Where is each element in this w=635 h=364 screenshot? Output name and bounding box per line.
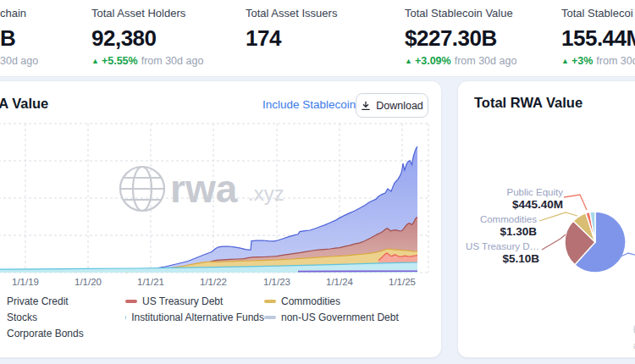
legend-item-institutional-alternative-funds[interactable]: Institutional Alternative Funds [125,312,264,323]
stat-label: Total Asset Issuers [246,7,337,20]
legend-item-private-credit[interactable]: Private Credit [7,295,125,307]
stat-value: 155.44M [561,25,635,51]
legend-item-stocks[interactable]: Stocks [7,312,125,323]
legend-item-commodities[interactable]: Commodities [264,295,430,307]
legend-item-corporate-bonds[interactable]: Corporate Bonds [7,328,125,339]
pie-label-commodities: Commodities $1.30B [480,213,537,239]
stat-value: $227.30B [405,25,516,51]
stat-total-asset-holders: Total Asset Holders 92,380 ▲+5.55%from 3… [91,7,203,68]
up-arrow-icon: ▲ [405,57,412,65]
stat-value: 92,380 [91,25,203,51]
asof-watermark: as o [616,320,635,350]
stat-delta: ▲+5.55%from 30d ago [91,55,203,68]
stat-label: Total Stablecoi [561,7,635,20]
stat-delta: ▲+3.09%from 30d ago [405,55,516,68]
legend-swatch [264,316,276,319]
stat-label: Total Asset Holders [91,7,203,20]
download-button[interactable]: Download [356,93,428,118]
dashboard: chain B 30d ago Total Asset Holders 92,3… [0,0,635,364]
legend-swatch [264,300,276,303]
include-stablecoins-link[interactable]: Include Stablecoins [262,98,362,111]
stat-value: B [0,25,38,51]
download-icon [361,101,371,111]
stat-rwa-onchain: chain B 30d ago [0,7,38,68]
up-arrow-icon: ▲ [91,57,99,65]
stat-label: chain [0,7,38,20]
legend-swatch [125,316,126,319]
stat-total-asset-issuers: Total Asset Issuers 174 [246,7,337,51]
legend-item-non-us-government-debt[interactable]: non-US Government Debt [264,312,430,323]
asof-text: as o [616,340,635,350]
stat-delta: 30d ago [0,55,38,68]
chart-legend: Private Credit US Treasury Debt Commodit… [7,295,430,344]
pie-label-public-equity: Public Equity $445.40M [507,186,563,212]
stat-delta: ▲+3%from 30d [561,55,635,68]
download-label: Download [376,100,423,112]
up-arrow-icon: ▲ [561,57,569,65]
stat-total-stablecoin-holders: Total Stablecoi 155.44M ▲+3%from 30d [561,7,635,68]
stat-value: 174 [246,25,337,51]
stat-total-stablecoin-value: Total Stablecoin Value $227.30B ▲+3.09%f… [405,7,516,68]
total-rwa-value-title: Total RWA Value [474,95,583,111]
legend-item-us-treasury-debt[interactable]: US Treasury Debt [125,295,264,307]
stat-label: Total Stablecoin Value [405,7,516,20]
stats-bar: chain B 30d ago Total Asset Holders 92,3… [0,0,635,77]
pie-label-us-treasury-debt: US Treasury D… $5.10B [466,240,539,266]
rwa-value-title: RWA Value [0,96,48,112]
legend-swatch [125,300,137,303]
